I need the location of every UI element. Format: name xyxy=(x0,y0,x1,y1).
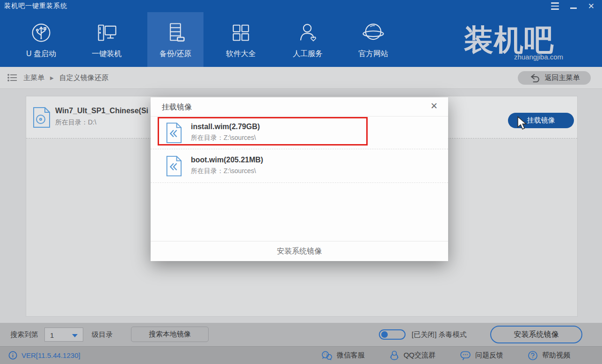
install-system-image-button[interactable]: 安装系统镜像 xyxy=(490,326,582,343)
nav-item-one-key-install[interactable]: 一键装机 xyxy=(79,12,135,67)
breadcrumb-caret-icon: ▶ xyxy=(50,75,54,80)
breadcrumb-current: 自定义镜像还原 xyxy=(59,73,109,82)
nav-label: U 盘启动 xyxy=(26,49,56,59)
nav-item-software-library[interactable]: 软件大全 xyxy=(213,12,269,67)
footer-link-label: 微信客服 xyxy=(337,351,365,360)
nav-item-official-website[interactable]: 官方网站 xyxy=(345,12,401,67)
apps-grid-icon xyxy=(229,21,253,45)
footer-link-label: 问题反馈 xyxy=(475,351,503,360)
bottom-toolbar: 搜索到第 1 级目录 搜索本地镜像 [已关闭] 杀毒模式 安装系统镜像 xyxy=(0,323,602,346)
search-depth-suffix-label: 级目录 xyxy=(92,330,113,339)
toggle-knob xyxy=(381,331,388,338)
titlebar: 装机吧一键重装系统 ✕ xyxy=(0,0,602,12)
antivirus-mode-label: [已关闭] 杀毒模式 xyxy=(412,330,467,339)
image-title: Win7_Ult_SP1_Chinese(Si xyxy=(55,107,148,115)
close-window-button[interactable]: ✕ xyxy=(588,2,595,10)
nav-label: 一键装机 xyxy=(92,49,122,59)
usb-icon xyxy=(29,21,53,45)
brand-logo: 装机吧 zhuangjiba.com xyxy=(448,24,570,61)
disc-image-file-icon xyxy=(32,107,51,128)
qq-icon xyxy=(389,350,399,361)
search-local-images-button[interactable]: 搜索本地镜像 xyxy=(131,327,209,342)
mount-image-modal: 挂载镜像 ✕ install.wim(2.79GB) 所在目录：Z:\sourc… xyxy=(151,97,448,261)
wim-file-name: boot.wim(205.21MB) xyxy=(191,156,263,164)
wim-file-name: install.wim(2.79GB) xyxy=(191,123,260,131)
wim-file-directory: 所在目录：Z:\sources\ xyxy=(191,134,260,142)
wim-file-item-install[interactable]: install.wim(2.79GB) 所在目录：Z:\sources\ xyxy=(151,116,448,149)
nav-label: 备份/还原 xyxy=(160,49,191,59)
main-navbar: U 盘启动 一键装机 备份/还原 xyxy=(0,12,602,67)
window-title: 装机吧一键重装系统 xyxy=(0,2,67,10)
globe-icon xyxy=(361,21,385,45)
minimize-button[interactable] xyxy=(570,4,577,9)
search-depth-dropdown[interactable]: 1 xyxy=(44,328,83,342)
search-depth-prefix-label: 搜索到第 xyxy=(10,330,38,339)
info-icon xyxy=(8,351,17,360)
back-button-label: 返回主菜单 xyxy=(545,73,580,82)
footer-link-label: QQ交流群 xyxy=(404,351,435,360)
modal-title: 挂载镜像 xyxy=(162,102,192,112)
modal-close-icon[interactable]: ✕ xyxy=(430,102,438,110)
mount-image-button[interactable]: 挂载镜像 xyxy=(508,113,574,128)
breadcrumb: 主菜单 ▶ 自定义镜像还原 xyxy=(7,67,109,88)
wim-file-item-boot[interactable]: boot.wim(205.21MB) 所在目录：Z:\sources\ xyxy=(151,150,448,183)
menu-list-icon xyxy=(7,73,18,82)
breadcrumb-bar: 主菜单 ▶ 自定义镜像还原 返回主菜单 xyxy=(0,67,602,89)
nav-label: 官方网站 xyxy=(358,49,388,59)
image-directory: 所在目录：D:\ xyxy=(55,118,148,127)
wim-file-icon xyxy=(165,155,183,177)
wechat-icon xyxy=(321,350,333,361)
back-to-main-menu-button[interactable]: 返回主菜单 xyxy=(518,71,591,85)
back-arrow-icon xyxy=(529,73,540,83)
nav-item-usb-boot[interactable]: U 盘启动 xyxy=(13,12,69,67)
computer-icon xyxy=(94,21,119,45)
status-footer: VER[11.5.44.1230] 微信客服 xyxy=(0,346,602,364)
backup-restore-icon xyxy=(163,21,188,45)
help-circle-icon xyxy=(528,350,538,361)
nav-label: 软件大全 xyxy=(226,49,256,59)
nav-label: 人工服务 xyxy=(293,49,323,59)
logo-text: 装机吧 xyxy=(448,24,570,57)
support-person-icon xyxy=(296,21,320,45)
footer-link-help-video[interactable]: 帮助视频 xyxy=(528,350,570,361)
modal-footer-label: 安装系统镜像 xyxy=(277,247,322,256)
modal-header: 挂载镜像 ✕ xyxy=(151,97,448,116)
version-label: VER[11.5.44.1230] xyxy=(22,351,80,359)
footer-link-qq-group[interactable]: QQ交流群 xyxy=(389,350,435,361)
app-window: 装机吧一键重装系统 ✕ U 盘启动 xyxy=(0,0,602,364)
breadcrumb-root[interactable]: 主菜单 xyxy=(23,73,44,82)
wim-file-icon xyxy=(165,122,183,144)
nav-item-backup-restore[interactable]: 备份/还原 xyxy=(147,12,203,67)
hamburger-menu-icon[interactable] xyxy=(551,1,559,11)
footer-link-label: 帮助视频 xyxy=(542,351,570,360)
chevron-down-icon xyxy=(72,334,78,337)
nav-item-human-service[interactable]: 人工服务 xyxy=(280,12,336,67)
feedback-bubble-icon xyxy=(460,350,471,361)
antivirus-mode-toggle[interactable] xyxy=(379,329,406,340)
install-system-image-action[interactable]: 安装系统镜像 xyxy=(151,241,448,261)
footer-link-wechat-support[interactable]: 微信客服 xyxy=(321,350,365,361)
footer-link-feedback[interactable]: 问题反馈 xyxy=(460,350,503,361)
wim-file-directory: 所在目录：Z:\sources\ xyxy=(191,167,263,175)
search-depth-value: 1 xyxy=(50,331,54,339)
